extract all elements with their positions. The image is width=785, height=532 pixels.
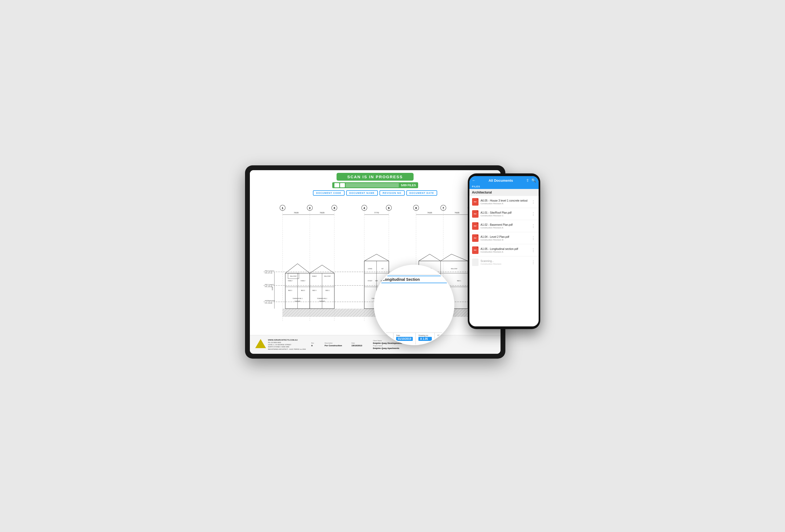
filter-revision-no-button[interactable]: REVISION NO — [379, 190, 405, 196]
svg-text:TOWNHOUSE 2: TOWNHOUSE 2 — [317, 298, 327, 299]
progress-block-2 — [340, 183, 345, 187]
firm-info: WWW.X3RARCHITECTS.COM.AU PH: 02 9300 000… — [268, 339, 306, 350]
svg-text:TOWNHOUSE 1: TOWNHOUSE 1 — [292, 298, 302, 299]
list-item[interactable]: PDF A6.05 - House 3 level 1 concrete set… — [470, 196, 539, 208]
description-col: Description For Construction — [325, 342, 346, 347]
filter-document-name-button[interactable]: DOCUMENT NAME — [346, 190, 378, 196]
phone-files-label: FILES — [470, 185, 539, 189]
date-issued-value: 15/10/2013 — [351, 345, 368, 347]
progress-bar-row: 5/89 FILES — [332, 182, 418, 188]
svg-text:LIVING: LIVING — [368, 268, 372, 270]
file-name: A1.04 - Level 2 Plan.pdf — [481, 235, 528, 238]
scan-progress-banner: SCAN IS IN PROGRESS — [336, 173, 413, 181]
svg-text:3: 3 — [334, 207, 335, 209]
project-name: Dolphin Quay Apartments — [373, 347, 402, 350]
list-item[interactable]: PDF A1.02 - Basement Plan.pdf Constructi… — [470, 220, 539, 232]
search-icon[interactable]: 🔍 — [531, 178, 536, 182]
svg-text:4: 4 — [363, 207, 365, 209]
file-info: A1.04 - Level 2 Plan.pdf Construction Re… — [481, 235, 528, 241]
tablet-screen: SCAN IS IN PROGRESS 5/89 FILES DOCUMENT … — [250, 170, 501, 354]
svg-text:7770: 7770 — [374, 211, 379, 214]
list-item[interactable]: PDF A1.05 - Longitudinal section.pdf Con… — [470, 244, 539, 256]
file-name: A1.05 - Longitudinal section.pdf — [481, 248, 528, 250]
file-menu-button[interactable]: ⋮ — [531, 248, 536, 253]
svg-text:BALCONY: BALCONY — [290, 275, 297, 277]
svg-text:BED 2: BED 2 — [288, 289, 292, 291]
pdf-icon: PDF — [472, 246, 479, 254]
description-value: For Construction — [325, 345, 346, 347]
file-info: A1.05 - Longitudinal section.pdf Constru… — [481, 248, 528, 253]
mag-drawing-no-value: A 1.05 — [419, 337, 432, 341]
firm-logo: WWW.X3RARCHITECTS.COM.AU PH: 02 9300 000… — [255, 339, 306, 350]
firm-address: LEVEL 2, 10 GEORGE STREET NORTH SYDNEY, … — [268, 344, 306, 350]
phone-device: ← All Documents ⇧ 🔍 FILES Architectural … — [468, 173, 540, 329]
filter-document-date-button[interactable]: DOCUMENT DATE — [406, 190, 437, 196]
file-menu-button[interactable]: ⋮ — [531, 224, 536, 229]
svg-text:H4-1 Level 1: H4-1 Level 1 — [264, 283, 274, 285]
mag-date-label: Date — [396, 334, 413, 336]
tablet-title-block: WWW.X3RARCHITECTS.COM.AU PH: 02 9300 000… — [250, 335, 501, 354]
scanning-name: Scanning... — [481, 259, 528, 262]
file-menu-button[interactable]: ⋮ — [531, 199, 536, 205]
svg-text:1: 1 — [282, 207, 283, 209]
file-sub: Construction Revision A — [481, 202, 528, 205]
file-sub: Construction Revision A — [481, 251, 528, 253]
scanning-item: Scanning... Construction Revision ⋮ — [470, 256, 539, 268]
mag-date-value: 01/10/2019 — [396, 337, 413, 341]
svg-text:WIR: WIR — [375, 280, 378, 282]
pdf-icon: PDF — [472, 234, 479, 242]
file-sub: Construction Revision C — [481, 214, 528, 217]
file-name: A6.05 - House 3 level 1 concrete setout — [481, 199, 528, 202]
phone-title: All Documents — [477, 178, 525, 182]
file-name: A1.01 - Site/Roof Plan.pdf — [481, 211, 528, 214]
svg-text:6: 6 — [415, 207, 416, 209]
scanning-info: Scanning... Construction Revision — [481, 259, 528, 265]
firm-phone: PH: 02 9300 0000 — [268, 341, 306, 344]
phone-back-button[interactable]: ← — [472, 178, 476, 182]
svg-text:FAMILY: FAMILY — [288, 280, 293, 282]
svg-text:FAMILY: FAMILY — [312, 275, 317, 277]
list-item[interactable]: PDF A1.01 - Site/Roof Plan.pdf Construct… — [470, 208, 539, 220]
mag-drawing-title: Longitudinal Section — [378, 276, 450, 283]
file-menu-button[interactable]: ⋮ — [531, 236, 536, 241]
scene: SCAN IS IN PROGRESS 5/89 FILES DOCUMENT … — [245, 166, 540, 366]
progress-label: 5/89 FILES — [401, 184, 416, 187]
svg-text:2: 2 — [309, 207, 310, 209]
mag-drawing-no-label: Drawing no: — [419, 334, 432, 336]
progress-bar-inner — [334, 183, 399, 187]
list-item[interactable]: PDF A1.04 - Level 2 Plan.pdf Constructio… — [470, 232, 539, 244]
rev-col: Rev A — [311, 342, 319, 347]
svg-text:BALCONY: BALCONY — [324, 275, 331, 277]
magnifier-content: Drawing Title Project No. A12138 Longitu… — [375, 265, 454, 345]
filter-document-code-button[interactable]: DOCUMENT CODE — [313, 190, 345, 196]
scanning-menu-button[interactable]: ⋮ — [531, 260, 536, 265]
svg-text:7635: 7635 — [320, 211, 325, 214]
share-icon[interactable]: ⇧ — [526, 178, 529, 182]
svg-text:GARAGE: GARAGE — [295, 300, 300, 302]
file-sub: Construction Revision B — [481, 238, 528, 241]
file-name: A1.02 - Basement Plan.pdf — [481, 223, 528, 226]
svg-text:7: 7 — [442, 207, 444, 209]
file-info: A1.01 - Site/Roof Plan.pdf Construction … — [481, 211, 528, 217]
phone-screen: ← All Documents ⇧ 🔍 FILES Architectural … — [470, 176, 539, 326]
svg-text:FFL 37.15: FFL 37.15 — [264, 272, 272, 274]
svg-text:7635: 7635 — [294, 211, 299, 214]
svg-text:BED 3: BED 3 — [301, 289, 305, 291]
svg-text:3155: 3155 — [271, 287, 273, 290]
file-info: A6.05 - House 3 level 1 concrete setout … — [481, 199, 528, 205]
date-col: Date 15/10/2013 — [351, 342, 368, 347]
file-menu-button[interactable]: ⋮ — [531, 211, 536, 217]
filter-buttons: DOCUMENT CODE DOCUMENT NAME REVISION NO … — [313, 190, 437, 196]
svg-text:STUDY: STUDY — [368, 280, 373, 282]
rev-value: A — [311, 345, 319, 347]
phone-document-list: PDF A6.05 - House 3 level 1 concrete set… — [470, 196, 539, 326]
svg-text:BED 2: BED 2 — [326, 289, 330, 291]
progress-fill — [346, 183, 399, 187]
phone-header: ← All Documents ⇧ 🔍 — [470, 176, 539, 185]
svg-text:FFL 30.80: FFL 30.80 — [264, 302, 272, 304]
phone-header-icons: ⇧ 🔍 — [526, 178, 536, 182]
svg-text:5: 5 — [388, 207, 389, 209]
svg-text:BALCONY: BALCONY — [451, 268, 458, 270]
svg-text:BED 1: BED 1 — [457, 280, 461, 282]
svg-text:7635: 7635 — [454, 211, 459, 214]
